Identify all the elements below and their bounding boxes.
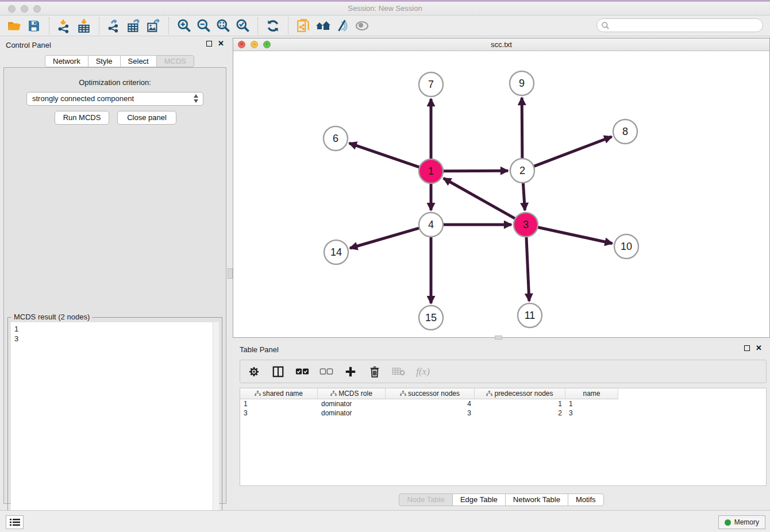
toolbar-separator <box>49 17 49 34</box>
table-cell: 2 <box>475 408 565 418</box>
select-all-icon[interactable] <box>294 364 310 380</box>
table-cell: 4 <box>386 399 475 408</box>
tab-network-table[interactable]: Network Table <box>505 494 568 506</box>
mcds-result-title: MCDS result (2 nodes) <box>11 313 92 321</box>
graph-edge-1-6[interactable] <box>349 143 419 167</box>
deselect-all-icon[interactable] <box>318 364 334 380</box>
mcds-result-group: MCDS result (2 nodes) 1 3 <box>7 317 222 531</box>
float-table-panel-icon[interactable] <box>744 345 750 351</box>
function-builder-icon[interactable]: f(x) <box>415 364 431 380</box>
graph-node-label: 4 <box>428 219 434 230</box>
tab-node-table[interactable]: Node Table <box>399 494 453 506</box>
table-body: 1dominator4113dominator323 <box>240 399 766 418</box>
save-icon[interactable] <box>24 17 44 35</box>
table-tabs: Node Table Edge Table Network Table Moti… <box>233 494 770 506</box>
graph-node-label: 8 <box>622 126 628 137</box>
list-icon <box>10 518 20 526</box>
eye-icon[interactable] <box>352 17 372 35</box>
graph-node-label: 3 <box>523 219 529 230</box>
graph-edge-4-14[interactable] <box>350 228 419 248</box>
sort-icon <box>330 391 337 396</box>
tab-select[interactable]: Select <box>120 55 157 67</box>
graphics-details-icon[interactable] <box>333 17 352 35</box>
graph-edge-2-9[interactable] <box>522 98 522 159</box>
control-panel-tabs: Network Style Select MCDS <box>45 55 194 67</box>
import-table-icon[interactable] <box>74 17 94 35</box>
sort-icon <box>486 391 492 396</box>
graph-node-label: 2 <box>519 165 525 176</box>
column-header[interactable]: predecessor nodes <box>475 388 565 399</box>
home-icon[interactable] <box>313 17 333 35</box>
add-column-icon[interactable] <box>342 364 359 380</box>
graph-edge-2-8[interactable] <box>534 137 612 167</box>
horizontal-splitter-handle[interactable] <box>495 336 502 340</box>
table-panel-title: Table Panel <box>240 345 279 354</box>
memory-label: Memory <box>734 518 759 526</box>
clone-network-icon[interactable] <box>294 17 313 35</box>
column-label: shared name <box>263 390 303 398</box>
gear-icon[interactable] <box>246 364 262 380</box>
close-panel-button[interactable]: Close panel <box>117 111 176 125</box>
export-network-icon[interactable] <box>105 17 124 35</box>
column-header[interactable]: shared name <box>240 388 318 399</box>
graph-node-label: 15 <box>425 312 437 323</box>
run-mcds-button[interactable]: Run MCDS <box>55 111 109 125</box>
result-scrollbar[interactable] <box>213 322 219 527</box>
columns-icon[interactable] <box>270 364 286 380</box>
table-cell: 1 <box>565 399 618 408</box>
network-window-titlebar[interactable]: ✕ − + scc.txt <box>233 38 769 51</box>
graph-edge-3-1[interactable] <box>444 178 515 218</box>
delete-icon[interactable] <box>367 364 383 380</box>
search-input[interactable] <box>596 18 763 32</box>
graph-node-label: 7 <box>428 79 434 90</box>
graph-node-label: 6 <box>333 133 338 144</box>
column-header[interactable]: successor nodes <box>386 388 475 399</box>
table-panel: Table Panel ✕ f(x) share <box>233 342 770 508</box>
node-table: shared name MCDS role successor nodes pr… <box>240 388 767 486</box>
sort-icon <box>400 391 406 396</box>
network-view-window: ✕ − + scc.txt 7968124314101511 <box>233 38 770 338</box>
task-history-button[interactable] <box>6 515 24 529</box>
column-header[interactable]: name <box>565 388 618 399</box>
sort-icon <box>255 391 261 396</box>
export-image-icon[interactable] <box>144 17 163 35</box>
table-row[interactable]: 3dominator323 <box>240 408 766 418</box>
tab-mcds[interactable]: MCDS <box>156 55 194 67</box>
import-network-icon[interactable] <box>55 17 74 35</box>
vertical-splitter-handle[interactable] <box>228 268 233 279</box>
search-field-wrap <box>596 18 763 32</box>
graph-edge-2-3[interactable] <box>523 183 525 210</box>
graph-edge-3-10[interactable] <box>538 227 613 243</box>
toolbar-separator <box>168 17 169 34</box>
tab-network[interactable]: Network <box>45 55 88 67</box>
mcds-result-textarea[interactable]: 1 3 <box>11 322 219 527</box>
zoom-selected-icon[interactable] <box>233 17 252 35</box>
network-canvas[interactable]: 7968124314101511 <box>233 51 769 337</box>
zoom-in-icon[interactable] <box>174 17 194 35</box>
close-table-panel-icon[interactable]: ✕ <box>756 345 762 351</box>
tab-motifs[interactable]: Motifs <box>568 494 604 506</box>
float-panel-icon[interactable] <box>206 41 212 47</box>
zoom-out-icon[interactable] <box>194 17 213 35</box>
graph-edge-1-2[interactable] <box>443 171 508 171</box>
table-toolbar: f(x) <box>240 360 767 383</box>
toolbar-separator <box>288 17 288 34</box>
tab-edge-table[interactable]: Edge Table <box>452 494 506 506</box>
table-cell: 1 <box>240 399 318 408</box>
export-table-icon[interactable] <box>124 17 144 35</box>
zoom-fit-icon[interactable] <box>213 17 233 35</box>
optimization-criterion-select[interactable]: strongly connected component <box>26 92 203 106</box>
close-panel-icon[interactable]: ✕ <box>218 41 224 47</box>
open-folder-icon[interactable] <box>5 17 24 35</box>
column-header[interactable]: MCDS role <box>318 388 386 399</box>
delete-table-icon[interactable] <box>391 364 407 380</box>
column-label: name <box>583 390 600 398</box>
table-row[interactable]: 1dominator411 <box>240 399 766 408</box>
graph-edge-3-11[interactable] <box>526 237 529 301</box>
refresh-layout-icon[interactable] <box>263 17 283 35</box>
tab-style[interactable]: Style <box>88 55 121 67</box>
table-cell: dominator <box>318 408 386 418</box>
memory-button[interactable]: Memory <box>718 515 765 529</box>
network-graph[interactable]: 7968124314101511 <box>233 51 769 338</box>
graph-node-label: 10 <box>621 241 632 252</box>
